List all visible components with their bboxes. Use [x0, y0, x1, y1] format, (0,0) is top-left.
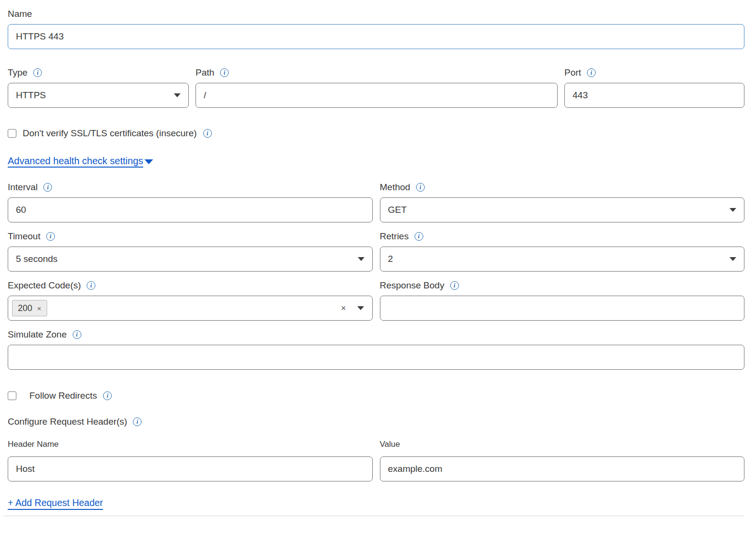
port-field: Port i [564, 67, 744, 108]
follow-redirects-row: Follow Redirects i [8, 390, 744, 401]
retries-select[interactable]: 2 [380, 247, 745, 272]
expected-code-tag-value: 200 [18, 303, 32, 313]
path-input[interactable] [196, 83, 558, 108]
timeout-label-text: Timeout [8, 231, 40, 242]
response-body-label-text: Response Body [380, 280, 444, 291]
method-select-value: GET [388, 205, 407, 215]
interval-label-text: Interval [8, 182, 38, 193]
chevron-down-icon[interactable] [357, 306, 364, 310]
port-label-text: Port [564, 67, 581, 78]
expected-code-tag: 200 × [12, 300, 47, 316]
header-row: Header Name Value [8, 439, 744, 481]
timeout-select-value: 5 seconds [16, 254, 58, 264]
name-input[interactable] [8, 24, 744, 49]
expected-codes-field: Expected Code(s) i 200 × × [8, 280, 373, 321]
simulate-zone-field: Simulate Zone i [8, 329, 744, 370]
verify-ssl-row: Don't verify SSL/TLS certificates (insec… [8, 128, 744, 139]
health-check-form: Name Type i HTTPS Path i Port i [0, 0, 756, 516]
verify-ssl-label: Don't verify SSL/TLS certificates (insec… [23, 128, 197, 139]
type-label-text: Type [8, 67, 27, 78]
port-input[interactable] [564, 83, 744, 108]
header-name-column-label: Header Name [8, 439, 373, 450]
method-label-text: Method [380, 182, 410, 193]
type-path-port-row: Type i HTTPS Path i Port i [8, 67, 744, 108]
header-value-field: Value [380, 439, 745, 481]
follow-redirects-info-icon[interactable]: i [103, 391, 112, 400]
follow-redirects-checkbox[interactable] [8, 391, 16, 400]
chevron-down-icon [174, 93, 181, 97]
follow-redirects-label: Follow Redirects [29, 390, 97, 401]
interval-info-icon[interactable]: i [43, 183, 52, 192]
retries-info-icon[interactable]: i [415, 232, 423, 241]
interval-method-row: Interval i Method i GET [8, 182, 744, 222]
request-headers-info-icon[interactable]: i [133, 417, 142, 426]
chevron-down-icon [144, 159, 153, 164]
type-select-value: HTTPS [16, 90, 46, 101]
expected-codes-multiselect[interactable]: 200 × × [8, 296, 373, 321]
timeout-select[interactable]: 5 seconds [8, 247, 373, 272]
method-field: Method i GET [380, 182, 745, 222]
simulate-zone-info-icon[interactable]: i [73, 330, 81, 339]
type-select[interactable]: HTTPS [8, 83, 189, 108]
response-body-field: Response Body i [380, 280, 745, 321]
retries-select-value: 2 [388, 254, 393, 264]
verify-ssl-info-icon[interactable]: i [203, 129, 212, 138]
chevron-down-icon [730, 208, 736, 212]
response-body-info-icon[interactable]: i [450, 281, 459, 290]
request-headers-section-label: Configure Request Header(s) i [8, 416, 744, 428]
retries-field: Retries i 2 [380, 231, 745, 272]
timeout-field: Timeout i 5 seconds [8, 231, 373, 272]
simulate-zone-label-text: Simulate Zone [8, 329, 67, 340]
response-body-input[interactable] [380, 296, 745, 321]
chevron-down-icon [358, 257, 365, 261]
simulate-zone-input[interactable] [8, 345, 744, 370]
type-field: Type i HTTPS [8, 67, 189, 108]
chevron-down-icon [730, 257, 736, 261]
method-select[interactable]: GET [380, 197, 745, 222]
path-info-icon[interactable]: i [220, 68, 229, 77]
advanced-settings-link[interactable]: Advanced health check settings [8, 156, 153, 167]
port-info-icon[interactable]: i [587, 68, 596, 77]
header-value-input[interactable] [380, 456, 745, 481]
path-field: Path i [196, 67, 558, 108]
codes-body-row: Expected Code(s) i 200 × × Response Body… [8, 280, 744, 321]
verify-ssl-checkbox[interactable] [8, 129, 16, 138]
remove-tag-icon[interactable]: × [37, 305, 41, 312]
timeout-retries-row: Timeout i 5 seconds Retries i 2 [8, 231, 744, 272]
expected-codes-info-icon[interactable]: i [87, 281, 95, 290]
interval-input[interactable] [8, 197, 373, 222]
interval-field: Interval i [8, 182, 373, 222]
name-field: Name [8, 8, 744, 49]
request-headers-section-text: Configure Request Header(s) [8, 416, 127, 428]
header-name-field: Header Name [8, 439, 373, 481]
name-label-text: Name [8, 8, 32, 20]
name-label: Name [8, 8, 744, 20]
type-info-icon[interactable]: i [33, 68, 42, 77]
expected-codes-label-text: Expected Code(s) [8, 280, 81, 291]
header-value-column-label: Value [380, 439, 745, 450]
method-info-icon[interactable]: i [416, 183, 425, 192]
timeout-info-icon[interactable]: i [46, 232, 55, 241]
section-divider [4, 516, 744, 516]
path-label-text: Path [196, 67, 214, 78]
advanced-settings-link-text: Advanced health check settings [8, 156, 143, 167]
retries-label-text: Retries [380, 231, 409, 242]
header-name-input[interactable] [8, 456, 373, 481]
clear-all-icon[interactable]: × [341, 304, 346, 312]
add-request-header-link[interactable]: + Add Request Header [8, 497, 103, 508]
